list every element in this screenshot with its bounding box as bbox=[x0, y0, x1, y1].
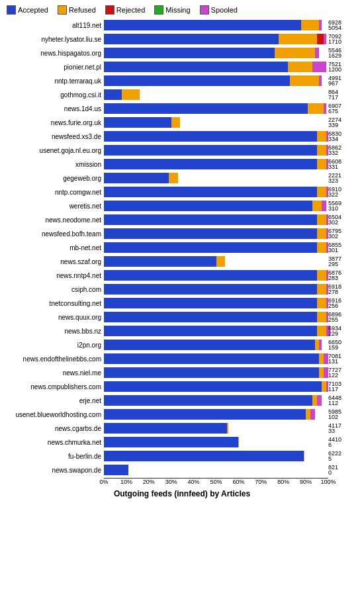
table-row: news.quux.org6896255 bbox=[1, 310, 363, 324]
bar-area: 7103117 bbox=[104, 381, 328, 392]
table-row: xmission6608331 bbox=[1, 158, 363, 171]
bar-value-label: 6830334 bbox=[328, 131, 361, 142]
bar-seg-refused bbox=[317, 326, 326, 336]
bar-seg-refused bbox=[275, 48, 315, 58]
legend-item-missing: Missing bbox=[154, 5, 190, 15]
bar-seg-accepted bbox=[104, 187, 317, 197]
bar-seg-refused bbox=[319, 353, 324, 364]
bar-seg-spooled bbox=[319, 20, 321, 30]
bar-track bbox=[104, 353, 328, 364]
table-row: fu-berlin.de62225 bbox=[1, 449, 363, 463]
axis-label: 70% bbox=[255, 479, 267, 485]
bar-seg-accepted bbox=[104, 103, 308, 114]
bar-value-label: 7727122 bbox=[328, 367, 361, 378]
axis-label: 30% bbox=[165, 479, 177, 485]
legend-color-spooled bbox=[200, 5, 209, 15]
bar-area: 7081131 bbox=[104, 353, 328, 364]
bar-track bbox=[104, 20, 328, 30]
legend-color-missing bbox=[154, 5, 163, 15]
table-row: weretis.net5569310 bbox=[1, 199, 363, 212]
table-row: i2pn.org6650159 bbox=[1, 338, 363, 351]
row-label: mb-net.net bbox=[1, 244, 104, 252]
bar-seg-spooled bbox=[319, 340, 321, 350]
bar-track bbox=[104, 214, 328, 225]
bar-area: 6795302 bbox=[104, 228, 328, 239]
bar-area: 5985102 bbox=[104, 409, 328, 420]
axis-label: 90% bbox=[300, 479, 312, 485]
bar-track bbox=[104, 89, 328, 100]
bar-track bbox=[104, 256, 328, 267]
bar-track bbox=[104, 228, 328, 239]
bar-seg-refused bbox=[227, 423, 228, 434]
bar-seg-refused bbox=[279, 34, 317, 44]
bar-area: 6862332 bbox=[104, 145, 328, 156]
row-label: erje.net bbox=[1, 397, 104, 404]
chart-container: AcceptedRefusedRejectedMissingSpooled al… bbox=[0, 0, 364, 502]
table-row: newsfeed.xs3.de6830334 bbox=[1, 130, 363, 143]
table-row: news.niel.me7727122 bbox=[1, 366, 363, 379]
bar-seg-refused bbox=[317, 270, 326, 281]
bar-area: 6855301 bbox=[104, 242, 328, 253]
table-row: nntp.comgw.net6910322 bbox=[1, 185, 363, 199]
bar-seg-accepted bbox=[104, 284, 317, 295]
bar-area: 6916256 bbox=[104, 298, 328, 308]
bar-track bbox=[104, 159, 328, 169]
axis-label: 20% bbox=[143, 479, 155, 485]
table-row: news.cmpublishers.com7103117 bbox=[1, 380, 363, 393]
table-row: csiph.com6918278 bbox=[1, 283, 363, 296]
axis-label: 10% bbox=[120, 479, 132, 485]
table-row: nntp.terraraq.uk4991967 bbox=[1, 74, 363, 87]
bar-area: 864717 bbox=[104, 89, 328, 100]
bar-seg-refused bbox=[317, 187, 326, 197]
row-label: usenet.blueworldhosting.com bbox=[1, 411, 104, 418]
bar-seg-accepted bbox=[104, 270, 317, 281]
bar-value-label: 864717 bbox=[328, 89, 361, 100]
bar-seg-spooled bbox=[317, 395, 322, 406]
bar-seg-rejected bbox=[317, 34, 324, 44]
bar-area: 3877295 bbox=[104, 256, 328, 267]
bar-seg-refused bbox=[317, 312, 326, 322]
bar-seg-refused bbox=[308, 103, 324, 114]
bar-seg-refused bbox=[288, 62, 312, 72]
row-label: news.quux.org bbox=[1, 314, 104, 321]
row-label: news.chmurka.net bbox=[1, 439, 104, 446]
bar-value-label: 411733 bbox=[328, 423, 361, 434]
bar-seg-refused bbox=[317, 159, 326, 169]
row-label: news.endofthelinebbs.com bbox=[1, 355, 104, 363]
axis-labels: 0%10%20%30%40%50%60%70%80%90%100% bbox=[104, 479, 328, 488]
bar-value-label: 3877295 bbox=[328, 256, 361, 267]
bar-value-label: 2274339 bbox=[328, 117, 361, 128]
row-label: news.szaf.org bbox=[1, 258, 104, 265]
bar-seg-accepted bbox=[104, 131, 317, 142]
row-label: tnetconsulting.net bbox=[1, 300, 104, 307]
table-row: usenet.goja.nl.eu.org6862332 bbox=[1, 144, 363, 157]
bar-value-label: 6650159 bbox=[328, 340, 361, 350]
bar-seg-accepted bbox=[104, 423, 227, 434]
bar-track bbox=[104, 103, 328, 114]
bar-seg-spooled bbox=[324, 367, 328, 378]
table-row: news.chmurka.net44106 bbox=[1, 436, 363, 449]
row-label: i2pn.org bbox=[1, 342, 104, 349]
bar-seg-spooled bbox=[324, 103, 326, 114]
table-row: news.bbs.nz6934229 bbox=[1, 324, 363, 338]
bar-track bbox=[104, 117, 328, 128]
bar-track bbox=[104, 48, 328, 58]
bar-track bbox=[104, 201, 328, 211]
bar-track bbox=[104, 242, 328, 253]
row-label: usenet.goja.nl.eu.org bbox=[1, 147, 104, 154]
row-label: news.hispagatos.org bbox=[1, 50, 104, 57]
bar-value-label: 6918278 bbox=[328, 284, 361, 295]
row-label: news.1d4.us bbox=[1, 105, 104, 113]
bar-value-label: 6907675 bbox=[328, 103, 361, 114]
bar-seg-accepted bbox=[104, 117, 171, 128]
table-row: news.furie.org.uk2274339 bbox=[1, 116, 363, 129]
bar-seg-accepted bbox=[104, 145, 317, 156]
bar-value-label: 6916256 bbox=[328, 298, 361, 308]
bar-value-label: 7081131 bbox=[328, 353, 361, 364]
bar-seg-accepted bbox=[104, 326, 317, 336]
bar-area: 6608331 bbox=[104, 159, 328, 169]
bar-track bbox=[104, 326, 328, 336]
table-row: gegeweb.org2221323 bbox=[1, 171, 363, 185]
bar-seg-spooled bbox=[322, 201, 326, 211]
bar-area: 6896255 bbox=[104, 312, 328, 322]
